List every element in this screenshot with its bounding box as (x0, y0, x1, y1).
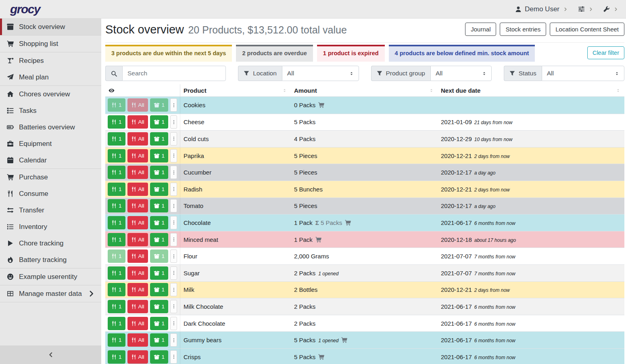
consume-all-button[interactable]: All (127, 266, 148, 280)
column-header-next-due-date[interactable]: Next due date (438, 84, 624, 96)
sidebar-item-inventory[interactable]: Inventory (0, 218, 101, 235)
open-one-button[interactable]: 1 (150, 98, 169, 112)
row-menu-button[interactable] (170, 250, 177, 263)
consume-all-button[interactable]: All (127, 199, 148, 212)
product-cell[interactable]: Chocolate (180, 219, 291, 226)
product-cell[interactable]: Tomato (180, 202, 291, 209)
open-one-button[interactable]: 1 (150, 350, 169, 364)
shopping-cart-icon[interactable] (315, 237, 321, 243)
sidebar-item-equipment[interactable]: Equipment (0, 135, 101, 152)
open-one-button[interactable]: 1 (150, 132, 169, 146)
clear-filter-button[interactable]: Clear filter (587, 46, 624, 59)
open-one-button[interactable]: 1 (150, 216, 169, 229)
sidebar-item-consume[interactable]: Consume (0, 185, 101, 202)
sort-icon[interactable] (429, 88, 434, 93)
consume-all-button[interactable]: All (127, 283, 148, 296)
sort-icon[interactable] (616, 88, 620, 93)
open-one-button[interactable]: 1 (150, 333, 169, 347)
shopping-cart-icon[interactable] (345, 220, 351, 226)
product-cell[interactable]: Cheese (180, 119, 291, 125)
consume-one-button[interactable]: 1 (108, 199, 125, 212)
consume-one-button[interactable]: 1 (108, 317, 125, 330)
sidebar-item-purchase[interactable]: Purchase (0, 169, 101, 185)
row-menu-button[interactable] (170, 166, 177, 179)
product-cell[interactable]: Crisps (180, 354, 291, 360)
row-menu-button[interactable] (170, 149, 177, 162)
product-cell[interactable]: Sugar (180, 270, 291, 277)
journal-button[interactable]: Journal (465, 23, 496, 36)
open-one-button[interactable]: 1 (150, 283, 169, 296)
row-menu-button[interactable] (170, 333, 177, 347)
sidebar-item-battery-tracking[interactable]: Battery tracking (0, 252, 101, 268)
row-menu-button[interactable] (170, 183, 177, 196)
consume-one-button[interactable]: 1 (108, 266, 125, 280)
consume-one-button[interactable]: 1 (108, 183, 125, 196)
row-menu-button[interactable] (170, 115, 177, 129)
consume-all-button[interactable]: All (127, 317, 148, 330)
sidebar-item-chore-tracking[interactable]: Chore tracking (0, 235, 101, 252)
row-menu-button[interactable] (170, 300, 177, 313)
row-menu-button[interactable] (170, 283, 177, 296)
consume-one-button[interactable]: 1 (108, 350, 125, 364)
row-menu-button[interactable] (170, 317, 177, 330)
row-menu-button[interactable] (170, 350, 177, 364)
row-menu-button[interactable] (170, 98, 177, 112)
open-one-button[interactable]: 1 (150, 166, 169, 179)
consume-one-button[interactable]: 1 (108, 233, 125, 246)
sidebar-item-example-userentity[interactable]: Example userentity (0, 268, 101, 285)
consume-all-button[interactable]: All (127, 183, 148, 196)
location-select[interactable]: All (282, 66, 359, 81)
product-cell[interactable]: Gummy bears (180, 337, 291, 343)
row-menu-button[interactable] (170, 216, 177, 229)
consume-one-button[interactable]: 1 (108, 98, 125, 112)
consume-all-button[interactable]: All (127, 132, 148, 146)
product-cell[interactable]: Cookies (180, 102, 291, 108)
consume-all-button[interactable]: All (127, 115, 148, 129)
shopping-cart-icon[interactable] (318, 102, 324, 108)
shopping-cart-icon[interactable] (341, 337, 347, 343)
consume-one-button[interactable]: 1 (108, 132, 125, 146)
open-one-button[interactable]: 1 (150, 149, 169, 162)
product-cell[interactable]: Dark Chocolate (180, 320, 291, 327)
status-select[interactable]: All (542, 66, 624, 81)
consume-one-button[interactable]: 1 (108, 216, 125, 229)
location-content-sheet-button[interactable]: Location Content Sheet (550, 23, 624, 36)
consume-all-button[interactable]: All (127, 98, 148, 112)
column-header-product[interactable]: Product (180, 84, 291, 96)
consume-all-button[interactable]: All (127, 350, 148, 364)
open-one-button[interactable]: 1 (150, 115, 169, 129)
consume-all-button[interactable]: All (127, 250, 148, 263)
product-cell[interactable]: Milk Chocolate (180, 303, 291, 310)
consume-one-button[interactable]: 1 (108, 300, 125, 313)
consume-one-button[interactable]: 1 (108, 166, 125, 179)
open-one-button[interactable]: 1 (150, 266, 169, 280)
sidebar-item-chores-overview[interactable]: Chores overview (0, 86, 101, 102)
row-menu-button[interactable] (170, 233, 177, 246)
expired-banner[interactable]: 1 product is expired (317, 45, 385, 62)
consume-all-button[interactable]: All (127, 166, 148, 179)
product-cell[interactable]: Flour (180, 253, 291, 260)
open-one-button[interactable]: 1 (150, 199, 169, 212)
sidebar-item-stock-overview[interactable]: Stock overview (0, 19, 101, 35)
open-one-button[interactable]: 1 (150, 300, 169, 313)
eye-icon[interactable] (109, 87, 115, 94)
product-cell[interactable]: Radish (180, 186, 291, 193)
row-menu-button[interactable] (170, 132, 177, 146)
consume-one-button[interactable]: 1 (108, 333, 125, 347)
row-menu-button[interactable] (170, 199, 177, 212)
open-one-button[interactable]: 1 (150, 317, 169, 330)
due-soon-banner[interactable]: 3 products are due within the next 5 day… (105, 45, 232, 62)
consume-all-button[interactable]: All (127, 333, 148, 347)
stock-entries-button[interactable]: Stock entries (500, 23, 546, 36)
sort-icon[interactable] (282, 88, 287, 93)
open-one-button[interactable]: 1 (150, 250, 169, 263)
consume-all-button[interactable]: All (127, 216, 148, 229)
consume-one-button[interactable]: 1 (108, 283, 125, 296)
open-one-button[interactable]: 1 (150, 183, 169, 196)
sidebar-item-shopping-list[interactable]: Shopping list (0, 35, 101, 52)
column-header-amount[interactable]: Amount (291, 84, 438, 96)
product-cell[interactable]: Milk (180, 286, 291, 293)
sidebar-item-tasks[interactable]: Tasks (0, 102, 101, 119)
consume-all-button[interactable]: All (127, 149, 148, 162)
overdue-banner[interactable]: 2 products are overdue (236, 45, 313, 62)
